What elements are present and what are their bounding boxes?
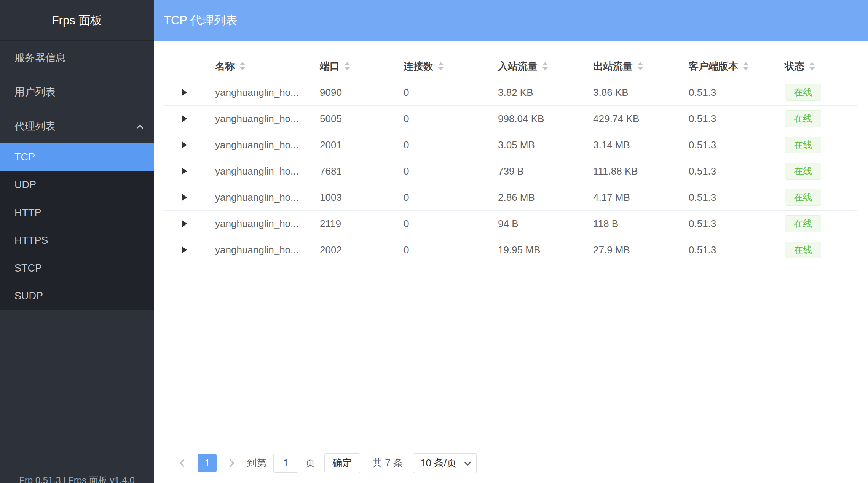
cell-name: yanghuanglin_ho... [204,158,309,184]
cell-connections: 0 [393,237,487,263]
cell-traffic-in: 739 B [487,158,582,184]
submenu-item-tcp[interactable]: TCP [0,143,154,171]
page-unit-label: 页 [305,456,315,470]
confirm-button[interactable]: 确定 [324,453,360,473]
col-header-label: 状态 [785,60,804,73]
submenu-item-http[interactable]: HTTP [0,199,154,227]
submenu-item-label: HTTPS [14,235,48,246]
expand-row-icon[interactable] [182,115,187,122]
sidebar-item-server-info[interactable]: 服务器信息 [0,41,154,75]
cell-port: 9090 [309,79,393,105]
chevron-down-icon [464,459,471,466]
sidebar-item-proxy-list[interactable]: 代理列表 [0,109,154,143]
col-header-status[interactable]: 状态 [774,53,857,79]
status-badge: 在线 [785,163,821,180]
page-1-button[interactable]: 1 [198,454,217,472]
sidebar-item-label: 用户列表 [14,85,56,99]
expand-row-icon[interactable] [182,220,187,227]
status-badge: 在线 [785,137,821,153]
col-header-port[interactable]: 端口 [309,53,393,79]
col-header-label: 入站流量 [498,60,538,73]
cell-status: 在线 [774,79,857,105]
page-size-select[interactable]: 10 条/页 [413,453,477,473]
cell-traffic-out: 118 B [582,211,678,237]
cell-connections: 0 [393,184,487,210]
cell-port: 2002 [309,237,393,263]
prev-page-icon[interactable] [180,459,188,467]
cell-name: yanghuanglin_ho... [204,132,309,158]
total-count-label: 共 7 条 [372,456,403,470]
cell-traffic-out: 4.17 MB [582,184,678,210]
cell-client-version: 0.51.3 [678,79,774,105]
cell-connections: 0 [393,106,487,132]
cell-port: 7681 [309,158,393,184]
table-row: yanghuanglin_ho... 2002 0 19.95 MB 27.9 … [164,237,857,263]
goto-page-label: 到第 [247,456,266,470]
page-jump-input[interactable] [273,454,298,473]
expand-row-icon[interactable] [182,246,187,254]
sort-icon[interactable] [438,62,444,70]
col-header-label: 出站流量 [593,60,633,73]
page-title: TCP 代理列表 [164,13,238,29]
submenu-item-sudp[interactable]: SUDP [0,282,154,310]
cell-expand [164,132,204,158]
cell-traffic-out: 111.88 KB [582,158,678,184]
cell-client-version: 0.51.3 [678,158,774,184]
cell-expand [164,184,204,210]
cell-name: yanghuanglin_ho... [204,106,309,132]
expand-row-icon[interactable] [182,194,187,201]
cell-client-version: 0.51.3 [678,106,774,132]
app-window: Frps 面板 服务器信息 用户列表 代理列表 TCP UDP HTTP [0,0,868,483]
status-badge: 在线 [785,84,821,101]
col-header-client-version[interactable]: 客户端版本 [678,53,774,79]
col-header-label: 名称 [215,60,235,73]
expand-row-icon[interactable] [182,141,187,149]
submenu-item-https[interactable]: HTTPS [0,227,154,254]
sort-icon[interactable] [809,62,815,70]
cell-expand [164,158,204,184]
cell-name: yanghuanglin_ho... [204,237,309,263]
page-size-value: 10 条/页 [420,456,456,470]
app-title: Frps 面板 [0,0,154,41]
cell-name: yanghuanglin_ho... [204,79,309,105]
sort-icon[interactable] [637,62,643,70]
cell-status: 在线 [774,184,857,210]
col-header-name[interactable]: 名称 [204,53,309,79]
col-header-traffic-in[interactable]: 入站流量 [487,53,582,79]
sort-icon[interactable] [743,62,749,70]
submenu-item-stcp[interactable]: STCP [0,254,154,282]
submenu-item-udp[interactable]: UDP [0,171,154,199]
pagination-bar: 1 到第 页 确定 共 7 条 10 条/页 [164,449,857,477]
sort-icon[interactable] [542,62,548,70]
table-row: yanghuanglin_ho... 5005 0 998.04 KB 429.… [164,106,857,132]
submenu-item-label: TCP [14,151,35,163]
proxy-table-card: 名称 端口 连接数 入站流量 出站流量 [164,53,857,477]
cell-name: yanghuanglin_ho... [204,211,309,237]
sort-icon[interactable] [239,62,246,70]
col-header-label: 连接数 [404,60,433,73]
expand-row-icon[interactable] [182,167,187,175]
cell-port: 5005 [309,106,393,132]
sidebar-item-user-list[interactable]: 用户列表 [0,75,154,109]
cell-traffic-in: 3.05 MB [487,132,582,158]
cell-connections: 0 [393,158,487,184]
chevron-up-icon [136,124,143,131]
cell-name: yanghuanglin_ho... [204,184,309,210]
cell-port: 1003 [309,184,393,210]
expand-row-icon[interactable] [182,89,187,96]
cell-expand [164,106,204,132]
cell-traffic-in: 2.86 MB [487,184,582,210]
col-header-connections[interactable]: 连接数 [393,53,487,79]
table-row: yanghuanglin_ho... 9090 0 3.82 KB 3.86 K… [164,79,857,106]
col-header-traffic-out[interactable]: 出站流量 [582,53,678,79]
sort-icon[interactable] [344,62,350,70]
table-row: yanghuanglin_ho... 1003 0 2.86 MB 4.17 M… [164,184,857,211]
cell-status: 在线 [774,132,857,158]
next-page-icon[interactable] [226,459,234,467]
cell-traffic-out: 3.14 MB [582,132,678,158]
cell-status: 在线 [774,158,857,184]
cell-status: 在线 [774,106,857,132]
cell-connections: 0 [393,211,487,237]
submenu-item-label: UDP [14,179,36,191]
status-badge: 在线 [785,110,821,127]
